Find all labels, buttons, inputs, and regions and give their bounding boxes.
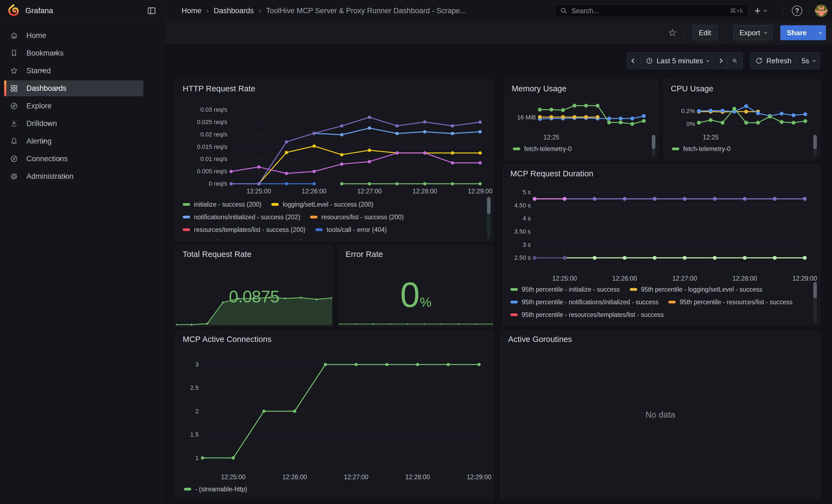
home-icon: [10, 31, 18, 39]
legend-item[interactable]: - (streamable-http): [184, 483, 247, 496]
legend-item[interactable]: fetch-telemetry-0: [513, 142, 572, 155]
panel-scrollbar[interactable]: [652, 135, 655, 157]
refresh-interval-picker[interactable]: 5s: [797, 52, 820, 69]
legend-item[interactable]: unknown - success (200): [363, 236, 444, 240]
y-axis-tick: 0.2%: [666, 107, 695, 115]
sidebar-item-home[interactable]: Home: [0, 27, 166, 44]
legend-item[interactable]: resources/list - success (200): [310, 211, 404, 223]
breadcrumb-separator: ›: [259, 7, 261, 15]
http-request-rate-chart[interactable]: 0.03 req/s0.025 req/s0.02 req/s0.015 req…: [179, 97, 486, 196]
panel-http-request-rate[interactable]: HTTP Request Rate 0.03 req/s0.025 req/s0…: [175, 80, 494, 242]
legend-item[interactable]: fetch-telemetry-0: [672, 142, 731, 155]
time-range-picker[interactable]: Last 5 minutes: [640, 52, 714, 69]
share-dropdown-button[interactable]: [813, 25, 826, 40]
sidebar-item-drilldown[interactable]: Drilldown: [0, 115, 166, 132]
bell-icon: [10, 137, 18, 145]
panel-active-goroutines[interactable]: Active Goroutines No data: [501, 330, 820, 499]
legend-label: fetch-telemetry-0: [683, 145, 731, 153]
legend-label: unknown - success (200): [374, 239, 444, 240]
avatar[interactable]: [815, 4, 828, 17]
panel-scrollbar[interactable]: [813, 135, 817, 157]
add-button[interactable]: +: [754, 4, 766, 18]
panel-memory-usage[interactable]: Memory Usage 16 MiB12:25 fetch-telemetry…: [504, 80, 658, 159]
mcp-request-duration-chart[interactable]: 5 s4.50 s4 s3.50 s3 s2.50 s12:25:0012:26…: [507, 182, 812, 283]
export-button[interactable]: Export: [733, 25, 773, 40]
sidebar-item-connections[interactable]: Connections: [0, 150, 166, 167]
x-axis-tick: 12:27:00: [345, 187, 394, 195]
legend-swatch: [315, 228, 323, 231]
y-axis-tick: 0.02 req/s: [179, 130, 227, 139]
legend-swatch: [510, 313, 518, 316]
panel-mcp-active-connections[interactable]: MCP Active Connections 32.521.5112:25:00…: [175, 330, 494, 499]
stat-number: 0: [400, 277, 420, 313]
edit-button[interactable]: Edit: [693, 25, 718, 40]
sidebar-item-alerting[interactable]: Alerting: [0, 132, 166, 150]
sidebar-item-dashboards[interactable]: Dashboards: [0, 80, 166, 97]
stat-value: 0 %: [338, 276, 493, 314]
legend-item[interactable]: initialize - success (200): [183, 198, 261, 211]
legend-item[interactable]: tools/call - success (200): [183, 236, 264, 240]
legend-label: tools/list - success (200): [285, 239, 353, 240]
x-axis-tick: 12:28:00: [400, 187, 449, 195]
sidebar-item-administration[interactable]: Administration: [0, 167, 166, 185]
legend-item[interactable]: 95th percentile - resources/templates/li…: [510, 309, 664, 321]
sidebar-item-bookmarks[interactable]: Bookmarks: [0, 44, 166, 62]
legend-item[interactable]: tools/call - error (404): [315, 223, 387, 236]
breadcrumb-dashboards[interactable]: Dashboards: [214, 7, 254, 15]
y-axis-tick: 3.50 s: [507, 228, 531, 236]
sidebar-toggle-icon[interactable]: [147, 6, 156, 16]
panel-total-request-rate[interactable]: Total Request Rate 0.0875: [175, 245, 333, 327]
legend-item[interactable]: tools/list - success (200): [274, 236, 353, 240]
share-button[interactable]: Share: [780, 25, 813, 40]
panel-title: HTTP Request Rate: [183, 84, 255, 93]
panel-cpu-usage[interactable]: CPU Usage 0.2%0%12:25 fetch-telemetry-0: [664, 80, 820, 159]
y-axis-tick: 2.5: [179, 384, 199, 392]
legend-item[interactable]: 95th percentile - resources/list - succe…: [668, 296, 792, 309]
legend-scrollbar[interactable]: [813, 282, 817, 323]
x-axis-tick: 12:25: [527, 133, 576, 141]
legend-item[interactable]: notifications/initialized - success (202…: [183, 211, 300, 223]
panel-title: Total Request Rate: [183, 250, 252, 259]
legend-scrollbar[interactable]: [487, 197, 491, 239]
mcp-active-connections-chart[interactable]: 32.521.5112:25:0012:26:0012:27:0012:28:0…: [179, 348, 486, 482]
compass-icon: [10, 102, 18, 110]
y-axis-tick: 0.015 req/s: [179, 143, 227, 151]
sidebar-item-explore[interactable]: Explore: [0, 97, 166, 115]
legend: fetch-telemetry-0: [513, 142, 631, 156]
y-axis-tick: 0 req/s: [179, 180, 227, 188]
dashboard-toolbar: ☆ Edit Export Share: [166, 22, 832, 44]
memory-usage-chart[interactable]: 16 MiB12:25: [508, 95, 652, 142]
panel-mcp-request-duration[interactable]: MCP Request Duration 5 s4.50 s4 s3.50 s3…: [503, 164, 820, 325]
refresh-button[interactable]: Refresh: [750, 52, 797, 69]
legend-item[interactable]: resources/templates/list - success (200): [183, 223, 305, 236]
x-axis-tick: 12:27:00: [331, 473, 381, 481]
legend-swatch: [672, 148, 679, 150]
dashboard-canvas: Last 5 minutes Refresh 5s: [166, 44, 832, 504]
time-back-button[interactable]: [627, 52, 641, 69]
help-button[interactable]: ?: [792, 5, 802, 16]
legend-item[interactable]: 95th percentile - initialize - success: [510, 283, 620, 296]
breadcrumb-current: ToolHive MCP Server & Proxy Runner Dashb…: [266, 7, 466, 15]
legend-item[interactable]: 95th percentile - notifications/initiali…: [510, 296, 658, 309]
y-axis-tick: 3 s: [507, 241, 531, 249]
sidebar-item-starred[interactable]: Starred: [0, 62, 166, 80]
cpu-usage-chart[interactable]: 0.2%0%12:25: [666, 95, 813, 142]
chevron-down-icon: [764, 31, 767, 34]
search-input[interactable]: Search... ⌘+k: [555, 4, 748, 17]
legend-item[interactable]: 95th percentile - logging/setLevel - suc…: [630, 283, 762, 296]
legend-label: fetch-telemetry-0: [524, 145, 572, 153]
legend-swatch: [510, 288, 518, 291]
y-axis-tick: 4.50 s: [507, 202, 531, 210]
zoom-out-button[interactable]: [727, 52, 743, 69]
bookmark-icon: [10, 49, 18, 57]
search-shortcut: ⌘+k: [730, 7, 743, 15]
x-axis-tick: 12:25:00: [209, 473, 258, 481]
breadcrumb-home[interactable]: Home: [182, 7, 201, 15]
legend-label: notifications/initialized - success (202…: [194, 213, 300, 221]
legend-item[interactable]: logging/setLevel - success (200): [271, 198, 373, 211]
star-icon: [10, 67, 18, 75]
panel-error-rate[interactable]: Error Rate 0 %: [338, 245, 494, 327]
time-forward-button[interactable]: [713, 52, 727, 69]
favorite-star-icon[interactable]: ☆: [668, 28, 677, 38]
grafana-logo-icon[interactable]: [7, 4, 20, 17]
